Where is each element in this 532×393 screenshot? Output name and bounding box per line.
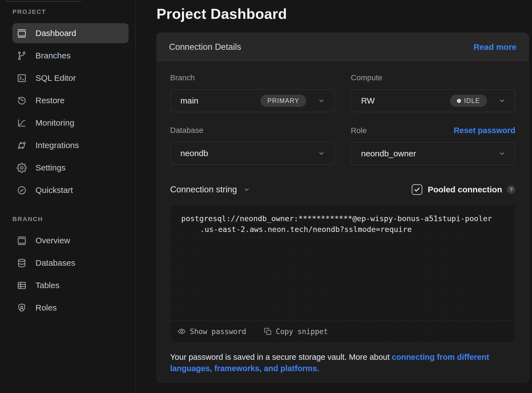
sidebar-item-label: Tables [35, 281, 60, 290]
database-field: Database neondb [170, 126, 335, 165]
sidebar-item-roles[interactable]: Roles [12, 298, 129, 318]
chevron-down-icon [318, 97, 325, 104]
sidebar-item-overview[interactable]: Overview [12, 231, 129, 250]
restore-icon [17, 95, 27, 106]
chevron-down-icon [243, 186, 250, 193]
tables-icon [17, 280, 27, 291]
role-label: Role [351, 126, 367, 135]
sidebar-item-sql-editor[interactable]: SQL Editor [12, 68, 129, 88]
sidebar-item-monitoring[interactable]: Monitoring [12, 113, 129, 133]
database-value: neondb [180, 149, 306, 158]
connection-string-codeblock: postgresql://neondb_owner:************@e… [170, 205, 515, 342]
copy-icon [264, 327, 272, 336]
primary-badge: PRIMARY [260, 95, 306, 107]
sidebar-item-label: Monitoring [35, 118, 74, 128]
password-vault-note: Your password is saved in a secure stora… [170, 351, 500, 374]
sidebar-item-integrations[interactable]: Integrations [12, 135, 129, 155]
card-title: Connection Details [169, 42, 241, 52]
sidebar-item-label: Overview [35, 236, 70, 245]
sidebar-item-branches[interactable]: Branches [12, 46, 129, 66]
branch-field: Branch main PRIMARY [170, 73, 335, 112]
read-more-link[interactable]: Read more [474, 42, 516, 52]
database-label: Database [170, 126, 203, 135]
page-title: Project Dashboard [157, 6, 532, 22]
chevron-down-icon [498, 97, 506, 104]
main-content: Project Dashboard Connection Details Rea… [136, 0, 532, 393]
sidebar-item-quickstart[interactable]: Quickstart [12, 180, 129, 200]
compute-field: Compute RW IDLE [351, 73, 515, 112]
role-select[interactable]: neondb_owner [351, 142, 515, 165]
role-field: Role Reset password neondb_owner [351, 126, 515, 165]
connection-string-label: Connection string [170, 185, 237, 195]
branch-label: Branch [170, 73, 195, 82]
sidebar-item-label: Roles [35, 303, 57, 312]
integrations-icon [17, 140, 27, 151]
eye-icon [177, 327, 186, 336]
database-select[interactable]: neondb [170, 142, 335, 165]
dashboard-icon [17, 28, 27, 38]
sidebar-item-label: Integrations [35, 141, 79, 150]
sidebar-item-label: Restore [35, 96, 65, 105]
compute-value: RW [361, 96, 450, 105]
sidebar-item-databases[interactable]: Databases [12, 253, 129, 273]
compute-label: Compute [351, 73, 382, 82]
sidebar-item-label: Dashboard [35, 29, 76, 38]
branches-icon [17, 51, 27, 61]
sql-editor-icon [17, 73, 27, 83]
connection-string-dropdown[interactable]: Connection string [170, 185, 250, 195]
project-selector-remnant [6, 0, 81, 2]
sidebar-section-project: PROJECT [12, 8, 129, 15]
sidebar-item-label: Branches [35, 51, 71, 60]
check-icon [413, 186, 421, 193]
chevron-down-icon [498, 150, 506, 157]
sidebar-item-dashboard[interactable]: Dashboard [12, 23, 129, 43]
sidebar-item-label: Quickstart [35, 185, 73, 195]
branch-value: main [180, 96, 260, 105]
sidebar: PROJECT Dashboard Branches SQL Editor Re… [0, 0, 136, 393]
connection-string-value[interactable]: postgresql://neondb_owner:************@e… [170, 205, 515, 235]
sidebar-item-label: Settings [35, 163, 65, 172]
compute-select[interactable]: RW IDLE [351, 89, 515, 112]
sidebar-item-restore[interactable]: Restore [12, 91, 129, 110]
sidebar-item-tables[interactable]: Tables [12, 275, 129, 295]
settings-icon [17, 163, 27, 173]
sidebar-item-label: SQL Editor [35, 73, 76, 83]
connection-string-row: Connection string Pooled connection ? [170, 184, 515, 195]
sidebar-item-settings[interactable]: Settings [12, 158, 129, 178]
pooled-connection-checkbox[interactable] [412, 184, 422, 195]
codeblock-actions: Show password Copy snippet [170, 320, 515, 342]
card-body: Branch main PRIMARY Compute RW ID [157, 61, 529, 382]
roles-icon [17, 303, 27, 313]
card-header: Connection Details Read more [157, 33, 529, 61]
role-value: neondb_owner [361, 149, 487, 158]
pooled-connection-control: Pooled connection ? [412, 184, 515, 195]
overview-icon [17, 236, 27, 246]
status-dot [457, 99, 461, 103]
monitoring-icon [17, 118, 27, 128]
sidebar-section-branch: BRANCH [12, 216, 129, 223]
databases-icon [17, 258, 27, 268]
help-icon[interactable]: ? [507, 185, 515, 194]
chevron-down-icon [318, 150, 325, 157]
idle-badge: IDLE [450, 95, 487, 107]
copy-snippet-button[interactable]: Copy snippet [264, 327, 328, 336]
reset-password-link[interactable]: Reset password [454, 126, 515, 135]
pooled-connection-label: Pooled connection [428, 185, 502, 194]
show-password-button[interactable]: Show password [177, 327, 246, 336]
connection-details-card: Connection Details Read more Branch main… [157, 33, 529, 382]
sidebar-item-label: Databases [35, 258, 75, 268]
branch-select[interactable]: main PRIMARY [170, 89, 335, 112]
quickstart-icon [17, 185, 27, 195]
